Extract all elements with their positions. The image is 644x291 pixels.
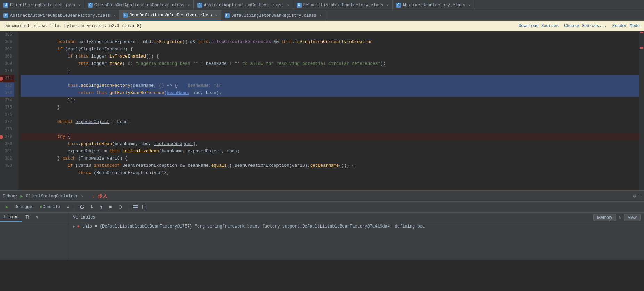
class-icon: C: [225, 13, 230, 18]
line-number-gutter: 365 366 367 368 369 370 371 372 373 374: [0, 31, 17, 190]
code-line-371: this.addSingletonFactory(beanName, () ->…: [21, 75, 644, 82]
debug-bottom-panels: Frames Th ▼ Variables Memory ↻ View ▶ ● …: [0, 213, 644, 260]
right-gutter: [639, 31, 644, 190]
step-out-btn[interactable]: [97, 203, 106, 211]
debug-title: Debug:: [3, 194, 18, 199]
class-icon: C: [3, 13, 8, 18]
frames-tab[interactable]: Frames: [0, 213, 22, 222]
gutter-line-371: 371: [0, 75, 14, 82]
gutter-line-373: 373: [0, 89, 14, 97]
debug-session-icon: ▶: [20, 194, 23, 199]
tab-defaultlistable[interactable]: C DefaultListableBeanFactory.class ✕: [293, 0, 393, 10]
code-line-379: this.populateBean(beanName, mbd, instanc…: [21, 133, 644, 140]
tab-clientspring[interactable]: J ClientSpringContainer.java ✕: [0, 0, 84, 10]
tab-label: BeanDefinitionValueResolver.class: [130, 13, 212, 18]
gutter-line-370: 370: [0, 68, 14, 75]
code-line-370: [21, 68, 644, 75]
gutter-line-376: 376: [0, 111, 14, 119]
breakpoint-371[interactable]: [0, 77, 3, 81]
code-line-365: boolean earlySingletonExposure = mbd.isS…: [21, 31, 644, 38]
breakpoint-379[interactable]: [0, 135, 3, 139]
notice-links: Download Sources Choose Sources... Reade…: [519, 24, 640, 28]
download-sources-link[interactable]: Download Sources: [519, 24, 559, 28]
code-line-376: Object exposedObject = bean;: [21, 111, 644, 119]
settings-icon[interactable]: ⚙: [633, 193, 636, 199]
error-marker: [640, 32, 643, 33]
frames-tab-bar: Frames Th ▼: [0, 213, 69, 222]
frames-btn[interactable]: [131, 203, 139, 211]
variables-panel: Variables Memory ↻ View ▶ ● this = {Defa…: [69, 213, 644, 260]
run-cursor-btn[interactable]: [107, 203, 115, 211]
gutter-line-378: 378: [0, 126, 14, 133]
view-button[interactable]: View: [624, 214, 641, 221]
gutter-line-375: 375: [0, 104, 14, 111]
resume-button[interactable]: ▶: [3, 203, 11, 211]
cycle-icon[interactable]: ↻: [619, 215, 621, 220]
tab-close[interactable]: ✕: [215, 13, 217, 17]
class-icon: C: [197, 3, 202, 8]
step-into-label: 步入: [98, 193, 107, 199]
tab-close[interactable]: ✕: [320, 13, 322, 18]
tab-abstractautowire[interactable]: C AbstractAutowireCapableBeanFactory.cla…: [0, 10, 119, 20]
tab-beandefval[interactable]: C BeanDefinitionValueResolver.class ✕: [119, 10, 221, 20]
tab-close[interactable]: ✕: [78, 3, 81, 7]
reader-mode-link[interactable]: Reader Mode: [612, 24, 640, 28]
threads-tab[interactable]: Th: [22, 214, 34, 221]
svg-rect-0: [133, 205, 138, 206]
gutter-line-369: 369: [0, 60, 14, 68]
tab-abstractapp[interactable]: C AbstractApplicationContext.class ✕: [194, 0, 293, 10]
hamburger-btn[interactable]: ≡: [64, 203, 72, 211]
tab-label: AbstractAutowireCapableBeanFactory.class: [10, 13, 110, 18]
debug-right-controls: ⚙ ⊡: [633, 193, 641, 199]
editor-area: 365 366 367 368 369 370 371 372 373 374: [0, 31, 644, 190]
error-marker-2: [640, 47, 643, 49]
class-icon: C: [123, 13, 128, 18]
debug-session-label: ClientSpringContainer: [26, 194, 78, 199]
step-over-btn[interactable]: [78, 203, 86, 211]
tab-close[interactable]: ✕: [386, 3, 389, 7]
threads-dropdown[interactable]: ▼: [34, 214, 41, 221]
frames-panel: Frames Th ▼: [0, 213, 69, 260]
svg-rect-1: [133, 207, 138, 208]
notice-bar: Decompiled .class file, bytecode version…: [0, 21, 644, 31]
gutter-line-368: 368: [0, 53, 14, 60]
step-into2-btn[interactable]: [117, 203, 125, 211]
variables-label: Variables: [73, 215, 96, 220]
expand-arrow: ▶: [73, 224, 75, 229]
gutter-line-365: 365: [0, 31, 14, 38]
expand-icon[interactable]: ⊡: [639, 194, 641, 199]
tab-close[interactable]: ✕: [188, 3, 190, 7]
tab-close[interactable]: ✕: [113, 13, 116, 18]
debugger-label: Debugger: [15, 205, 35, 209]
step-into-btn[interactable]: [88, 203, 96, 211]
console-icon: ▶: [40, 204, 43, 209]
gutter-line-377: 377: [0, 119, 14, 126]
gutter-line-382: 382: [0, 155, 14, 162]
memory-button[interactable]: Memory: [593, 214, 616, 221]
gutter-line-366: 366: [0, 38, 14, 46]
tab-label: DefaultListableBeanFactory.class: [303, 3, 383, 8]
debug-header: Debug: ▶ ClientSpringContainer ✕ ↓ 步入 ⚙ …: [0, 191, 644, 202]
tab-defaultsingleton[interactable]: C DefaultSingletonBeanRegistry.class ✕: [221, 10, 325, 20]
debug-panel: Debug: ▶ ClientSpringContainer ✕ ↓ 步入 ⚙ …: [0, 190, 644, 260]
restore-btn[interactable]: [141, 203, 149, 211]
java-icon: J: [3, 3, 8, 8]
tab-label: AbstractBeanFactory.class: [403, 3, 465, 8]
tab-label: ClassPathXmlApplicationContext.class: [94, 3, 184, 8]
tab-label: AbstractApplicationContext.class: [204, 3, 284, 8]
tab-close[interactable]: ✕: [287, 3, 289, 7]
debugger-tab-btn[interactable]: Debugger: [13, 203, 37, 211]
tab-close[interactable]: ✕: [468, 3, 471, 7]
debug-session-close[interactable]: ✕: [81, 194, 84, 198]
console-tab-btn[interactable]: ▶ Console: [38, 203, 63, 211]
gutter-line-383: 383: [0, 162, 14, 170]
gutter-line-379: 379: [0, 133, 14, 140]
code-content[interactable]: boolean earlySingletonExposure = mbd.isS…: [17, 31, 644, 190]
variable-row-this[interactable]: ▶ ● this = {DefaultListableableBeanFacto…: [69, 222, 644, 231]
tab-classpathxml[interactable]: C ClassPathXmlApplicationContext.class ✕: [84, 0, 194, 10]
gutter-line-374: 374: [0, 97, 14, 104]
separator2: [128, 204, 128, 211]
step-into-arrow-icon: ↓: [92, 194, 94, 199]
choose-sources-link[interactable]: Choose Sources...: [564, 24, 606, 28]
tab-abstractbean[interactable]: C AbstractBeanFactory.class ✕: [393, 0, 474, 10]
